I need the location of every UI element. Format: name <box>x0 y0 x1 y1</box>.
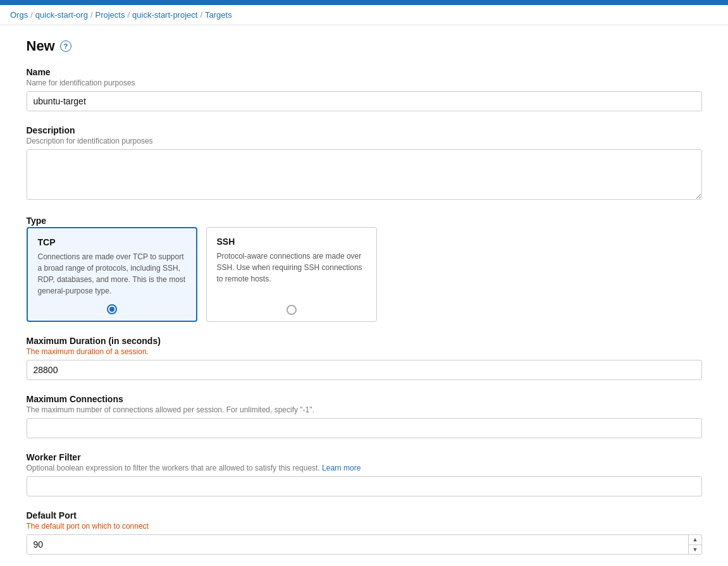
worker-filter-hint: Optional boolean expression to filter th… <box>27 464 702 472</box>
max-connections-label: Maximum Connections <box>27 394 702 404</box>
tcp-radio[interactable] <box>38 304 186 314</box>
default-port-label: Default Port <box>27 510 702 520</box>
name-hint: Name for identification purposes <box>27 78 702 87</box>
type-label: Type <box>27 216 702 226</box>
worker-filter-label: Worker Filter <box>27 452 702 462</box>
tcp-radio-inner <box>109 307 114 312</box>
breadcrumb-org[interactable]: quick-start-org <box>35 10 88 20</box>
main-content: New ? Name Name for identification purpo… <box>16 25 712 566</box>
breadcrumb-targets[interactable]: Targets <box>205 10 232 20</box>
worker-filter-group: Worker Filter Optional boolean expressio… <box>27 452 702 496</box>
page-title: New <box>27 38 55 54</box>
ssh-description: Protocol-aware connections are made over… <box>217 250 366 297</box>
help-icon[interactable]: ? <box>60 40 71 52</box>
port-spinner-up[interactable]: ▲ <box>689 534 702 545</box>
ssh-radio[interactable] <box>217 305 366 315</box>
type-cards: TCP Connections are made over TCP to sup… <box>27 227 702 322</box>
default-port-hint: The default port on which to connect <box>27 522 702 531</box>
type-card-ssh[interactable]: SSH Protocol-aware connections are made … <box>206 227 377 322</box>
top-accent-bar <box>0 0 728 5</box>
page-title-row: New ? <box>27 38 702 54</box>
worker-filter-learn-more[interactable]: Learn more <box>322 464 361 472</box>
breadcrumb-project[interactable]: quick-start-project <box>132 10 197 20</box>
description-label: Description <box>27 125 702 135</box>
max-duration-input[interactable] <box>27 360 702 380</box>
type-card-tcp[interactable]: TCP Connections are made over TCP to sup… <box>27 227 197 322</box>
type-group: Type TCP Connections are made over TCP t… <box>27 216 702 322</box>
max-connections-input[interactable] <box>27 418 702 438</box>
name-input[interactable] <box>27 91 702 111</box>
default-port-input[interactable] <box>27 534 702 555</box>
description-input[interactable] <box>27 149 702 200</box>
max-connections-hint: The maximum number of connections allowe… <box>27 405 702 414</box>
breadcrumb: Orgs / quick-start-org / Projects / quic… <box>0 5 728 25</box>
description-group: Description Description for identificati… <box>27 125 702 202</box>
ssh-radio-outer <box>287 305 297 315</box>
name-label: Name <box>27 67 702 77</box>
breadcrumb-projects[interactable]: Projects <box>96 10 125 20</box>
port-spinner-down[interactable]: ▼ <box>689 545 702 555</box>
default-port-group: Default Port The default port on which t… <box>27 510 702 555</box>
worker-filter-hint-text: Optional boolean expression to filter th… <box>27 464 320 472</box>
port-spinner: ▲ ▼ <box>688 534 702 555</box>
default-port-wrapper: ▲ ▼ <box>27 534 702 555</box>
breadcrumb-sep-4: / <box>200 10 202 20</box>
max-connections-group: Maximum Connections The maximum number o… <box>27 394 702 438</box>
tcp-radio-outer <box>107 304 117 314</box>
breadcrumb-sep-3: / <box>127 10 130 20</box>
worker-filter-input[interactable] <box>27 476 702 496</box>
tcp-title: TCP <box>38 237 186 247</box>
breadcrumb-sep-1: / <box>30 10 33 20</box>
ssh-title: SSH <box>217 237 366 247</box>
description-hint: Description for identification purposes <box>27 137 702 145</box>
name-group: Name Name for identification purposes <box>27 67 702 111</box>
breadcrumb-orgs[interactable]: Orgs <box>10 10 28 20</box>
breadcrumb-sep-2: / <box>90 10 93 20</box>
max-duration-hint: The maximum duration of a session. <box>27 347 702 356</box>
max-duration-group: Maximum Duration (in seconds) The maximu… <box>27 336 702 380</box>
tcp-description: Connections are made over TCP to support… <box>38 251 186 297</box>
max-duration-label: Maximum Duration (in seconds) <box>27 336 702 346</box>
